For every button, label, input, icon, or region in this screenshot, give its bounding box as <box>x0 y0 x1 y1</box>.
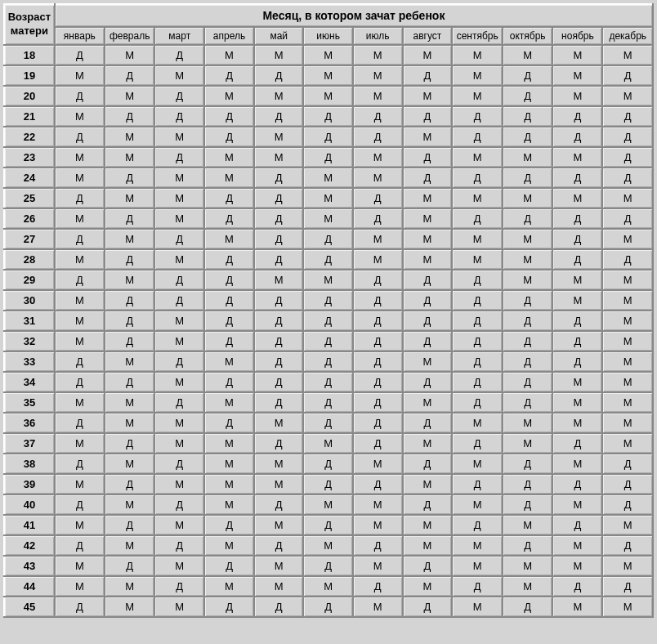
cell-value: Д <box>154 229 204 249</box>
cell-value: Д <box>503 168 552 188</box>
cell-value: М <box>105 413 155 433</box>
cell-value: М <box>353 86 403 106</box>
months-title-header: Месяц, в котором зачат ребенок <box>55 4 653 27</box>
cell-value: Д <box>552 474 602 494</box>
cell-value: Д <box>303 127 353 147</box>
month-header: июль <box>353 27 403 45</box>
age-header: 42 <box>4 535 55 556</box>
table-row: 18ДМДМММММММММ <box>4 45 653 65</box>
cell-value: М <box>403 208 453 229</box>
cell-value: М <box>204 86 254 106</box>
cell-value: Д <box>204 413 254 433</box>
cell-value: М <box>552 147 602 168</box>
cell-value: Д <box>254 290 303 311</box>
cell-value: М <box>552 65 602 86</box>
cell-value: Д <box>154 392 204 413</box>
cell-value: М <box>353 168 403 188</box>
age-header: 19 <box>4 65 55 86</box>
cell-value: М <box>403 392 453 413</box>
table-row: 31МДМДДДДДДДДМ <box>4 311 653 331</box>
cell-value: М <box>154 433 204 454</box>
age-header: 32 <box>4 331 55 351</box>
cell-value: М <box>254 270 303 290</box>
cell-value: М <box>353 454 403 474</box>
cell-value: М <box>55 208 105 229</box>
month-header: январь <box>55 27 105 45</box>
age-header: 25 <box>4 188 55 208</box>
cell-value: Д <box>254 208 303 229</box>
age-header: 28 <box>4 249 55 270</box>
age-header: 18 <box>4 45 55 65</box>
age-header: 31 <box>4 311 55 331</box>
cell-value: Д <box>353 413 403 433</box>
cell-value: Д <box>303 351 353 372</box>
cell-value: М <box>55 106 105 127</box>
cell-value: М <box>602 331 653 351</box>
cell-value: М <box>552 597 602 617</box>
cell-value: М <box>602 597 653 617</box>
cell-value: М <box>254 127 303 147</box>
cell-value: Д <box>403 270 453 290</box>
cell-value: М <box>353 229 403 249</box>
cell-value: М <box>403 249 453 270</box>
cell-value: М <box>452 147 503 168</box>
cell-value: Д <box>254 494 303 515</box>
cell-value: М <box>154 168 204 188</box>
cell-value: М <box>303 535 353 556</box>
cell-value: М <box>503 515 552 535</box>
cell-value: Д <box>353 351 403 372</box>
cell-value: Д <box>254 351 303 372</box>
table-row: 28МДМДДДММММДД <box>4 249 653 270</box>
cell-value: М <box>154 331 204 351</box>
cell-value: Д <box>303 515 353 535</box>
cell-value: Д <box>552 576 602 597</box>
cell-value: Д <box>353 290 403 311</box>
cell-value: М <box>503 270 552 290</box>
cell-value: Д <box>154 290 204 311</box>
cell-value: М <box>154 188 204 208</box>
cell-value: Д <box>503 106 552 127</box>
cell-value: М <box>154 515 204 535</box>
cell-value: Д <box>55 86 105 106</box>
cell-value: Д <box>403 597 453 617</box>
cell-value: М <box>552 413 602 433</box>
table-row: 41МДМДМДММДМДМ <box>4 515 653 535</box>
cell-value: М <box>452 494 503 515</box>
table-row: 42ДМДМДМДММДМД <box>4 535 653 556</box>
cell-value: М <box>154 556 204 576</box>
cell-value: М <box>154 413 204 433</box>
cell-value: М <box>303 45 353 65</box>
cell-value: М <box>552 454 602 474</box>
cell-value: Д <box>353 535 403 556</box>
cell-value: Д <box>154 576 204 597</box>
cell-value: Д <box>602 106 653 127</box>
cell-value: Д <box>55 535 105 556</box>
cell-value: Д <box>602 535 653 556</box>
cell-value: М <box>503 45 552 65</box>
cell-value: Д <box>403 413 453 433</box>
cell-value: М <box>403 127 453 147</box>
age-header: 34 <box>4 372 55 392</box>
cell-value: М <box>254 147 303 168</box>
cell-value: Д <box>303 311 353 331</box>
cell-value: Д <box>204 249 254 270</box>
cell-value: Д <box>452 351 503 372</box>
cell-value: Д <box>552 331 602 351</box>
cell-value: М <box>503 188 552 208</box>
gender-calendar-table: Возраст матери Месяц, в котором зачат ре… <box>3 3 654 618</box>
table-row: 20ДМДММММММДММ <box>4 86 653 106</box>
cell-value: М <box>254 413 303 433</box>
table-row: 38ДМДММДМДМДМД <box>4 454 653 474</box>
cell-value: Д <box>204 65 254 86</box>
cell-value: Д <box>552 249 602 270</box>
cell-value: М <box>452 188 503 208</box>
age-header: 23 <box>4 147 55 168</box>
cell-value: М <box>204 147 254 168</box>
cell-value: М <box>204 454 254 474</box>
cell-value: М <box>55 556 105 576</box>
cell-value: М <box>105 351 155 372</box>
cell-value: М <box>602 515 653 535</box>
cell-value: М <box>403 433 453 454</box>
cell-value: Д <box>602 474 653 494</box>
table-row: 39МДМММДДМДДДД <box>4 474 653 494</box>
